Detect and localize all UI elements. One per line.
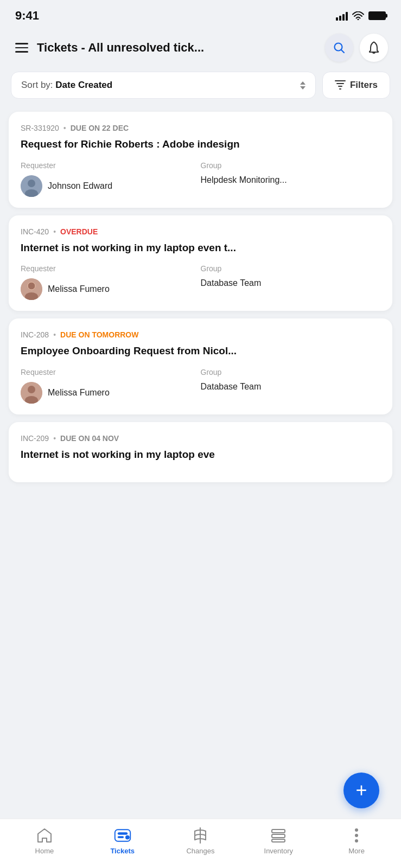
group-name: Database Team bbox=[201, 278, 262, 288]
requester-label: Requester bbox=[21, 264, 201, 273]
ticket-fields: Requester Johnson Edward Group Helpdes bbox=[21, 161, 380, 197]
requester-field: Requester Melissa Fumero bbox=[21, 264, 201, 300]
ticket-title: Request for Richie Roberts : Adobe indes… bbox=[21, 138, 380, 151]
ticket-due: DUE ON 04 NOV bbox=[60, 434, 119, 443]
ticket-card[interactable]: INC-208 • DUE ON TOMORROW Employee Onboa… bbox=[9, 318, 392, 414]
requester-name: Melissa Fumero bbox=[48, 284, 110, 294]
svg-rect-18 bbox=[272, 839, 285, 842]
wifi-icon bbox=[352, 11, 364, 20]
sort-chevron-icon bbox=[300, 81, 305, 90]
sort-button[interactable]: Sort by: Date Created bbox=[11, 72, 316, 99]
bottom-nav: Home Tickets Changes bbox=[0, 819, 401, 868]
ticket-card[interactable]: SR-331920 • DUE ON 22 DEC Request for Ri… bbox=[9, 112, 392, 208]
more-icon bbox=[348, 827, 365, 844]
nav-changes-label: Changes bbox=[186, 847, 214, 855]
group-value: Helpdesk Monitoring... bbox=[201, 175, 381, 185]
requester-value: Melissa Fumero bbox=[21, 382, 201, 404]
ticket-id: INC-208 bbox=[21, 330, 49, 339]
avatar bbox=[21, 382, 42, 404]
search-button[interactable] bbox=[325, 34, 353, 62]
ticket-id: INC-209 bbox=[21, 434, 49, 443]
group-name: Database Team bbox=[201, 382, 262, 392]
svg-rect-13 bbox=[118, 833, 128, 835]
nav-home-label: Home bbox=[35, 847, 54, 855]
filter-icon bbox=[335, 80, 346, 90]
svg-point-20 bbox=[355, 834, 358, 837]
inventory-icon bbox=[270, 827, 287, 844]
ticket-id: SR-331920 bbox=[21, 124, 59, 132]
ticket-card[interactable]: INC-420 • OVERDUE Internet is not workin… bbox=[9, 215, 392, 311]
svg-rect-14 bbox=[118, 837, 124, 838]
nav-inventory[interactable]: Inventory bbox=[257, 827, 300, 855]
ticket-meta: INC-208 • DUE ON TOMORROW bbox=[21, 330, 380, 339]
header: Tickets - All unresolved tick... bbox=[0, 28, 401, 69]
sort-filter-bar: Sort by: Date Created Filters bbox=[0, 69, 401, 107]
group-label: Group bbox=[201, 264, 381, 273]
svg-rect-17 bbox=[272, 834, 285, 838]
group-label: Group bbox=[201, 368, 381, 376]
group-name: Helpdesk Monitoring... bbox=[201, 175, 287, 185]
svg-rect-16 bbox=[272, 829, 285, 833]
requester-label: Requester bbox=[21, 368, 201, 376]
ticket-fields: Requester Melissa Fumero Group Databas bbox=[21, 368, 380, 404]
ticket-meta: INC-420 • OVERDUE bbox=[21, 227, 380, 236]
svg-point-19 bbox=[355, 828, 358, 832]
nav-more-label: More bbox=[348, 847, 365, 855]
group-field: Group Database Team bbox=[201, 264, 381, 300]
requester-name: Melissa Fumero bbox=[48, 388, 110, 398]
ticket-id: INC-420 bbox=[21, 227, 49, 236]
svg-point-10 bbox=[28, 386, 35, 393]
home-icon bbox=[36, 827, 53, 844]
sort-value: Date Created bbox=[55, 80, 112, 90]
group-value: Database Team bbox=[201, 278, 381, 288]
search-icon bbox=[333, 42, 345, 54]
ticket-title: Internet is not working in my laptop eve… bbox=[21, 241, 380, 255]
nav-tickets-label: Tickets bbox=[110, 847, 135, 855]
ticket-due: OVERDUE bbox=[60, 227, 98, 236]
requester-field: Requester Johnson Edward bbox=[21, 161, 201, 197]
ticket-meta: SR-331920 • DUE ON 22 DEC bbox=[21, 124, 380, 132]
nav-inventory-label: Inventory bbox=[264, 847, 293, 855]
ticket-due: DUE ON TOMORROW bbox=[60, 330, 138, 339]
filter-button[interactable]: Filters bbox=[322, 72, 390, 99]
changes-icon bbox=[192, 827, 209, 844]
nav-tickets[interactable]: Tickets bbox=[101, 827, 144, 855]
group-field: Group Database Team bbox=[201, 368, 381, 404]
requester-name: Johnson Edward bbox=[48, 181, 112, 191]
group-value: Database Team bbox=[201, 382, 381, 392]
requester-value: Melissa Fumero bbox=[21, 278, 201, 300]
svg-point-21 bbox=[355, 839, 358, 843]
bell-icon bbox=[368, 41, 380, 54]
filter-label: Filters bbox=[350, 80, 378, 91]
add-ticket-button[interactable]: + bbox=[343, 773, 379, 808]
tickets-icon bbox=[114, 827, 131, 844]
battery-icon bbox=[368, 11, 386, 20]
tickets-list: SR-331920 • DUE ON 22 DEC Request for Ri… bbox=[0, 107, 401, 542]
hamburger-icon[interactable] bbox=[13, 41, 30, 55]
plus-icon: + bbox=[355, 781, 367, 800]
svg-point-0 bbox=[358, 19, 359, 21]
page-title: Tickets - All unresolved tick... bbox=[37, 41, 319, 55]
ticket-due: DUE ON 22 DEC bbox=[71, 124, 129, 132]
nav-changes[interactable]: Changes bbox=[179, 827, 222, 855]
avatar bbox=[21, 175, 42, 197]
group-field: Group Helpdesk Monitoring... bbox=[201, 161, 381, 197]
requester-label: Requester bbox=[21, 161, 201, 170]
svg-point-3 bbox=[28, 180, 35, 187]
avatar bbox=[21, 278, 42, 300]
requester-field: Requester Melissa Fumero bbox=[21, 368, 201, 404]
ticket-fields: Requester Melissa Fumero Group bbox=[21, 264, 380, 300]
ticket-title: Internet is not working in my laptop eve bbox=[21, 448, 380, 462]
status-time: 9:41 bbox=[15, 9, 39, 23]
nav-home[interactable]: Home bbox=[23, 827, 66, 855]
status-bar: 9:41 bbox=[0, 0, 401, 28]
signal-icon bbox=[336, 11, 348, 21]
ticket-card[interactable]: INC-209 • DUE ON 04 NOV Internet is not … bbox=[9, 422, 392, 482]
ticket-meta: INC-209 • DUE ON 04 NOV bbox=[21, 434, 380, 443]
group-label: Group bbox=[201, 161, 381, 170]
notification-button[interactable] bbox=[360, 34, 388, 62]
status-icons bbox=[336, 11, 386, 21]
sort-label: Sort by: bbox=[21, 80, 53, 90]
ticket-title: Employee Onboarding Request from Nicol..… bbox=[21, 344, 380, 358]
nav-more[interactable]: More bbox=[335, 827, 378, 855]
